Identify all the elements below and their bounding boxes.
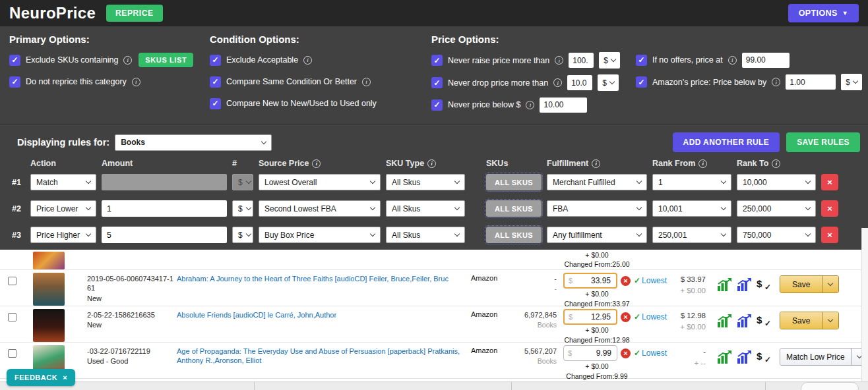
- blue-chart-icon[interactable]: [737, 350, 752, 364]
- new-price-input[interactable]: [572, 348, 613, 358]
- rule2-fulfillment-select[interactable]: FBA: [547, 200, 647, 217]
- price-check-icon[interactable]: $✓: [757, 278, 768, 289]
- exclude-acceptable-option: ✓ Exclude Acceptable: [210, 52, 431, 68]
- rule1-action-select[interactable]: Match: [30, 174, 96, 190]
- rule3-amount-input[interactable]: [102, 227, 227, 243]
- blue-chart-icon[interactable]: [737, 314, 752, 327]
- info-icon[interactable]: [362, 78, 371, 86]
- feedback-button[interactable]: FEEDBACK ×: [7, 369, 75, 386]
- never-raise-checkbox[interactable]: ✓: [431, 55, 443, 66]
- info-icon[interactable]: [555, 56, 563, 65]
- match-low-price-button[interactable]: Match Low Price: [780, 348, 851, 365]
- rule3-rank-from-select[interactable]: 250,001: [652, 227, 731, 243]
- blue-chart-icon[interactable]: [737, 278, 752, 291]
- rule3-delete-button[interactable]: ×: [821, 227, 838, 243]
- rule3-action-select[interactable]: Price Higher: [30, 227, 96, 243]
- rule2-delete-button[interactable]: ×: [821, 200, 838, 217]
- save-dropdown-caret[interactable]: [822, 276, 838, 292]
- rule2-rank-from-select[interactable]: 10,001: [652, 200, 731, 217]
- info-icon[interactable]: [592, 159, 600, 168]
- new-price-input[interactable]: [573, 275, 612, 286]
- green-chart-icon[interactable]: [717, 350, 732, 364]
- save-dropdown-caret[interactable]: [822, 312, 838, 329]
- close-icon[interactable]: ×: [63, 374, 67, 381]
- rule3-fulfillment-select[interactable]: Any fulfillment: [547, 227, 647, 243]
- info-icon[interactable]: [427, 159, 436, 168]
- no-reprice-checkbox[interactable]: ✓: [9, 76, 20, 88]
- clear-price-icon[interactable]: ×: [621, 348, 631, 358]
- never-below-checkbox[interactable]: ✓: [431, 99, 443, 111]
- exclude-skus-checkbox[interactable]: ✓: [9, 55, 20, 66]
- product-thumbnail: [33, 273, 65, 306]
- category-select[interactable]: Books: [115, 134, 272, 151]
- info-icon[interactable]: [553, 78, 562, 87]
- rule1-rank-to-select[interactable]: 10,000: [737, 174, 816, 190]
- never-drop-checkbox[interactable]: ✓: [431, 77, 443, 88]
- rule3-source-price-select[interactable]: Buy Box Price: [259, 227, 381, 243]
- new-to-new-checkbox[interactable]: ✓: [210, 98, 221, 109]
- never-below-input[interactable]: [540, 98, 587, 113]
- rule2-amount-input[interactable]: [102, 200, 227, 217]
- rule1-delete-button[interactable]: ×: [821, 174, 838, 190]
- never-raise-unit-select[interactable]: $: [599, 52, 620, 69]
- scrollbar-thumb[interactable]: [801, 382, 859, 390]
- rule1-fulfillment-select[interactable]: Merchant Fulfilled: [547, 174, 647, 190]
- chevron-down-icon: [805, 205, 811, 210]
- rule2-sku-type-select[interactable]: All Skus: [386, 200, 465, 217]
- never-drop-unit-select[interactable]: $: [598, 74, 619, 91]
- info-icon[interactable]: [123, 56, 132, 65]
- exclude-acceptable-checkbox[interactable]: ✓: [210, 55, 221, 66]
- clear-price-icon[interactable]: ×: [621, 312, 631, 322]
- product-title-link[interactable]: Abraham: A Journey to the Heart of Three…: [174, 273, 471, 306]
- row-checkbox[interactable]: [8, 349, 16, 358]
- product-title-link[interactable]: Age of Propaganda: The Everyday Use and …: [174, 345, 471, 378]
- rule2-unit-select[interactable]: $: [232, 200, 253, 217]
- amazon-price-input[interactable]: [786, 74, 836, 90]
- info-icon[interactable]: [132, 78, 140, 86]
- product-title-link[interactable]: Absolute Friends [audioCD] le Carré, Joh…: [174, 309, 471, 342]
- rule2-all-skus-button[interactable]: ALL SKUS: [486, 200, 542, 217]
- info-icon[interactable]: [698, 159, 707, 168]
- info-icon[interactable]: [303, 56, 312, 65]
- save-button[interactable]: Save: [780, 276, 822, 292]
- info-icon[interactable]: [772, 78, 780, 86]
- save-button[interactable]: Save: [780, 312, 822, 329]
- row-checkbox[interactable]: [8, 277, 16, 285]
- amazon-price-unit-select[interactable]: $: [841, 74, 862, 90]
- info-icon[interactable]: [526, 101, 534, 109]
- never-raise-input[interactable]: [569, 53, 594, 68]
- no-offers-input[interactable]: [742, 53, 790, 68]
- save-rules-button[interactable]: SAVE RULES: [786, 132, 860, 152]
- no-offers-checkbox[interactable]: ✓: [636, 55, 647, 66]
- new-price-input[interactable]: [573, 312, 612, 322]
- same-condition-checkbox[interactable]: ✓: [210, 76, 221, 88]
- amazon-price-checkbox[interactable]: ✓: [636, 76, 647, 88]
- rule3-unit-select[interactable]: $: [232, 227, 253, 243]
- horizontal-scrollbar-track: [0, 381, 868, 390]
- rule3-sku-type-select[interactable]: All Skus: [386, 227, 465, 243]
- rule1-all-skus-button[interactable]: ALL SKUS: [486, 174, 542, 190]
- options-button[interactable]: OPTIONS ▼: [788, 4, 859, 22]
- select-value: Merchant Fulfilled: [553, 178, 615, 187]
- add-another-rule-button[interactable]: ADD ANOTHER RULE: [673, 132, 780, 152]
- reprice-button[interactable]: REPRICE: [106, 5, 163, 22]
- info-icon[interactable]: [772, 159, 780, 168]
- rule3-all-skus-button[interactable]: ALL SKUS: [486, 227, 542, 243]
- clear-price-icon[interactable]: ×: [621, 276, 631, 286]
- green-chart-icon[interactable]: [717, 278, 732, 291]
- info-icon[interactable]: [728, 56, 737, 65]
- never-drop-input[interactable]: [567, 75, 592, 90]
- rule1-rank-from-select[interactable]: 1: [652, 174, 731, 190]
- price-check-icon[interactable]: $✓: [757, 314, 768, 325]
- rule2-action-select[interactable]: Price Lower: [30, 200, 96, 217]
- skus-list-button[interactable]: SKUS LIST: [139, 53, 193, 67]
- rule1-sku-type-select[interactable]: All Skus: [386, 174, 465, 190]
- rule1-source-price-select[interactable]: Lowest Overall: [259, 174, 381, 190]
- price-check-icon[interactable]: $✓: [757, 350, 768, 362]
- green-chart-icon[interactable]: [717, 314, 732, 327]
- rule2-source-price-select[interactable]: Second Lowest FBA: [259, 200, 381, 217]
- rule2-rank-to-select[interactable]: 250,000: [737, 200, 816, 217]
- info-icon[interactable]: [312, 159, 321, 168]
- row-checkbox[interactable]: [8, 313, 16, 321]
- rule3-rank-to-select[interactable]: 750,000: [737, 227, 816, 243]
